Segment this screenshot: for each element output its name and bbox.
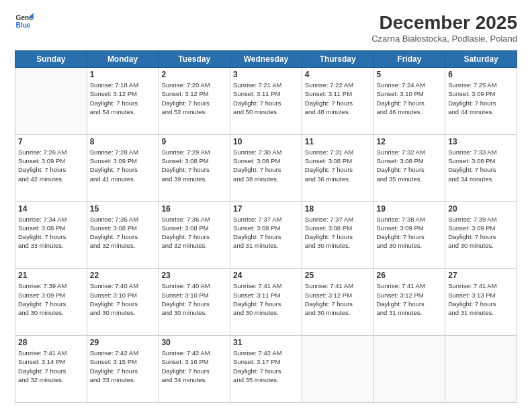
calendar-cell: 27Sunrise: 7:41 AM Sunset: 3:13 PM Dayli… bbox=[445, 269, 517, 336]
day-info: Sunrise: 7:42 AM Sunset: 3:15 PM Dayligh… bbox=[90, 349, 156, 384]
calendar-cell bbox=[15, 68, 87, 135]
day-number: 9 bbox=[161, 137, 227, 146]
calendar-cell: 7Sunrise: 7:26 AM Sunset: 3:09 PM Daylig… bbox=[15, 134, 87, 201]
day-number: 30 bbox=[161, 338, 227, 347]
day-number: 23 bbox=[161, 271, 227, 280]
calendar-cell bbox=[373, 336, 445, 403]
calendar-cell: 14Sunrise: 7:34 AM Sunset: 3:08 PM Dayli… bbox=[15, 201, 87, 269]
header: General Blue December 2025 Czarna Bialos… bbox=[15, 12, 517, 44]
day-number: 24 bbox=[233, 271, 299, 280]
page: General Blue December 2025 Czarna Bialos… bbox=[0, 0, 532, 411]
day-number: 17 bbox=[233, 204, 299, 214]
calendar-cell: 15Sunrise: 7:35 AM Sunset: 3:08 PM Dayli… bbox=[87, 201, 159, 269]
header-day-friday: Friday bbox=[373, 51, 445, 68]
calendar-table: SundayMondayTuesdayWednesdayThursdayFrid… bbox=[15, 50, 517, 403]
logo-icon: General Blue bbox=[15, 12, 34, 31]
day-info: Sunrise: 7:29 AM Sunset: 3:08 PM Dayligh… bbox=[161, 148, 227, 183]
header-day-tuesday: Tuesday bbox=[159, 51, 230, 68]
day-info: Sunrise: 7:42 AM Sunset: 3:17 PM Dayligh… bbox=[233, 349, 299, 384]
header-day-saturday: Saturday bbox=[445, 51, 517, 68]
day-number: 5 bbox=[377, 70, 443, 79]
calendar-cell: 17Sunrise: 7:37 AM Sunset: 3:08 PM Dayli… bbox=[230, 201, 302, 269]
calendar-cell: 21Sunrise: 7:39 AM Sunset: 3:09 PM Dayli… bbox=[15, 269, 87, 336]
day-number: 31 bbox=[233, 338, 299, 347]
header-day-wednesday: Wednesday bbox=[230, 51, 302, 68]
day-number: 22 bbox=[90, 271, 156, 280]
calendar-cell: 26Sunrise: 7:41 AM Sunset: 3:12 PM Dayli… bbox=[373, 269, 445, 336]
day-info: Sunrise: 7:28 AM Sunset: 3:09 PM Dayligh… bbox=[90, 148, 156, 183]
day-number: 20 bbox=[448, 204, 514, 214]
day-number: 16 bbox=[161, 204, 227, 214]
calendar-cell: 1Sunrise: 7:18 AM Sunset: 3:12 PM Daylig… bbox=[87, 68, 159, 135]
day-number: 10 bbox=[233, 137, 299, 146]
calendar-week-row-1: 1Sunrise: 7:18 AM Sunset: 3:12 PM Daylig… bbox=[15, 68, 517, 135]
day-number: 21 bbox=[18, 271, 84, 280]
calendar-cell: 20Sunrise: 7:39 AM Sunset: 3:09 PM Dayli… bbox=[445, 201, 517, 269]
day-number: 15 bbox=[90, 204, 156, 214]
day-number: 26 bbox=[377, 271, 443, 280]
calendar-cell: 29Sunrise: 7:42 AM Sunset: 3:15 PM Dayli… bbox=[87, 336, 159, 403]
header-day-monday: Monday bbox=[87, 51, 159, 68]
day-info: Sunrise: 7:42 AM Sunset: 3:16 PM Dayligh… bbox=[161, 349, 227, 384]
calendar-cell: 9Sunrise: 7:29 AM Sunset: 3:08 PM Daylig… bbox=[159, 134, 230, 201]
day-info: Sunrise: 7:18 AM Sunset: 3:12 PM Dayligh… bbox=[90, 81, 156, 116]
calendar-cell: 5Sunrise: 7:24 AM Sunset: 3:10 PM Daylig… bbox=[373, 68, 445, 135]
calendar-week-row-5: 28Sunrise: 7:41 AM Sunset: 3:14 PM Dayli… bbox=[15, 336, 517, 403]
day-info: Sunrise: 7:41 AM Sunset: 3:11 PM Dayligh… bbox=[233, 281, 299, 317]
calendar-cell: 30Sunrise: 7:42 AM Sunset: 3:16 PM Dayli… bbox=[159, 336, 230, 403]
day-info: Sunrise: 7:24 AM Sunset: 3:10 PM Dayligh… bbox=[377, 81, 443, 116]
day-info: Sunrise: 7:40 AM Sunset: 3:10 PM Dayligh… bbox=[90, 281, 156, 317]
calendar-cell: 23Sunrise: 7:40 AM Sunset: 3:10 PM Dayli… bbox=[159, 269, 230, 336]
day-number: 4 bbox=[305, 70, 371, 79]
day-number: 13 bbox=[448, 137, 514, 146]
calendar-cell: 28Sunrise: 7:41 AM Sunset: 3:14 PM Dayli… bbox=[15, 336, 87, 403]
day-info: Sunrise: 7:38 AM Sunset: 3:09 PM Dayligh… bbox=[377, 215, 443, 250]
day-info: Sunrise: 7:41 AM Sunset: 3:14 PM Dayligh… bbox=[18, 349, 84, 384]
day-number: 7 bbox=[18, 137, 84, 146]
day-info: Sunrise: 7:31 AM Sunset: 3:08 PM Dayligh… bbox=[305, 148, 371, 183]
day-info: Sunrise: 7:41 AM Sunset: 3:13 PM Dayligh… bbox=[448, 281, 514, 317]
calendar-cell bbox=[445, 336, 517, 403]
day-info: Sunrise: 7:25 AM Sunset: 3:09 PM Dayligh… bbox=[448, 81, 514, 116]
day-info: Sunrise: 7:33 AM Sunset: 3:08 PM Dayligh… bbox=[448, 148, 514, 183]
day-number: 3 bbox=[233, 70, 299, 79]
day-info: Sunrise: 7:40 AM Sunset: 3:10 PM Dayligh… bbox=[161, 281, 227, 317]
calendar-cell: 31Sunrise: 7:42 AM Sunset: 3:17 PM Dayli… bbox=[230, 336, 302, 403]
day-info: Sunrise: 7:30 AM Sunset: 3:08 PM Dayligh… bbox=[233, 148, 299, 183]
calendar-cell: 3Sunrise: 7:21 AM Sunset: 3:11 PM Daylig… bbox=[230, 68, 302, 135]
day-info: Sunrise: 7:39 AM Sunset: 3:09 PM Dayligh… bbox=[448, 215, 514, 250]
day-info: Sunrise: 7:32 AM Sunset: 3:08 PM Dayligh… bbox=[377, 148, 443, 183]
day-number: 2 bbox=[161, 70, 227, 79]
calendar-cell: 19Sunrise: 7:38 AM Sunset: 3:09 PM Dayli… bbox=[373, 201, 445, 269]
calendar-cell: 10Sunrise: 7:30 AM Sunset: 3:08 PM Dayli… bbox=[230, 134, 302, 201]
day-number: 25 bbox=[305, 271, 371, 280]
day-number: 12 bbox=[377, 137, 443, 146]
day-info: Sunrise: 7:20 AM Sunset: 3:12 PM Dayligh… bbox=[161, 81, 227, 116]
day-info: Sunrise: 7:41 AM Sunset: 3:12 PM Dayligh… bbox=[377, 281, 443, 317]
day-info: Sunrise: 7:35 AM Sunset: 3:08 PM Dayligh… bbox=[90, 215, 156, 250]
calendar-week-row-3: 14Sunrise: 7:34 AM Sunset: 3:08 PM Dayli… bbox=[15, 201, 517, 269]
day-info: Sunrise: 7:37 AM Sunset: 3:08 PM Dayligh… bbox=[233, 215, 299, 250]
calendar-header-row: SundayMondayTuesdayWednesdayThursdayFrid… bbox=[15, 51, 517, 68]
calendar-cell: 11Sunrise: 7:31 AM Sunset: 3:08 PM Dayli… bbox=[302, 134, 373, 201]
day-info: Sunrise: 7:22 AM Sunset: 3:11 PM Dayligh… bbox=[305, 81, 371, 116]
day-info: Sunrise: 7:26 AM Sunset: 3:09 PM Dayligh… bbox=[18, 148, 84, 183]
main-title: December 2025 bbox=[371, 12, 517, 34]
day-info: Sunrise: 7:37 AM Sunset: 3:08 PM Dayligh… bbox=[305, 215, 371, 250]
calendar-cell: 24Sunrise: 7:41 AM Sunset: 3:11 PM Dayli… bbox=[230, 269, 302, 336]
calendar-week-row-4: 21Sunrise: 7:39 AM Sunset: 3:09 PM Dayli… bbox=[15, 269, 517, 336]
subtitle: Czarna Bialostocka, Podlasie, Poland bbox=[371, 34, 517, 44]
day-info: Sunrise: 7:36 AM Sunset: 3:08 PM Dayligh… bbox=[161, 215, 227, 250]
calendar-week-row-2: 7Sunrise: 7:26 AM Sunset: 3:09 PM Daylig… bbox=[15, 134, 517, 201]
day-number: 6 bbox=[448, 70, 514, 79]
day-number: 28 bbox=[18, 338, 84, 347]
day-number: 27 bbox=[448, 271, 514, 280]
day-info: Sunrise: 7:21 AM Sunset: 3:11 PM Dayligh… bbox=[233, 81, 299, 116]
day-number: 18 bbox=[305, 204, 371, 214]
day-number: 11 bbox=[305, 137, 371, 146]
svg-text:Blue: Blue bbox=[16, 21, 31, 29]
calendar-cell: 2Sunrise: 7:20 AM Sunset: 3:12 PM Daylig… bbox=[159, 68, 230, 135]
day-number: 1 bbox=[90, 70, 156, 79]
logo: General Blue bbox=[15, 12, 34, 31]
header-day-sunday: Sunday bbox=[15, 51, 87, 68]
